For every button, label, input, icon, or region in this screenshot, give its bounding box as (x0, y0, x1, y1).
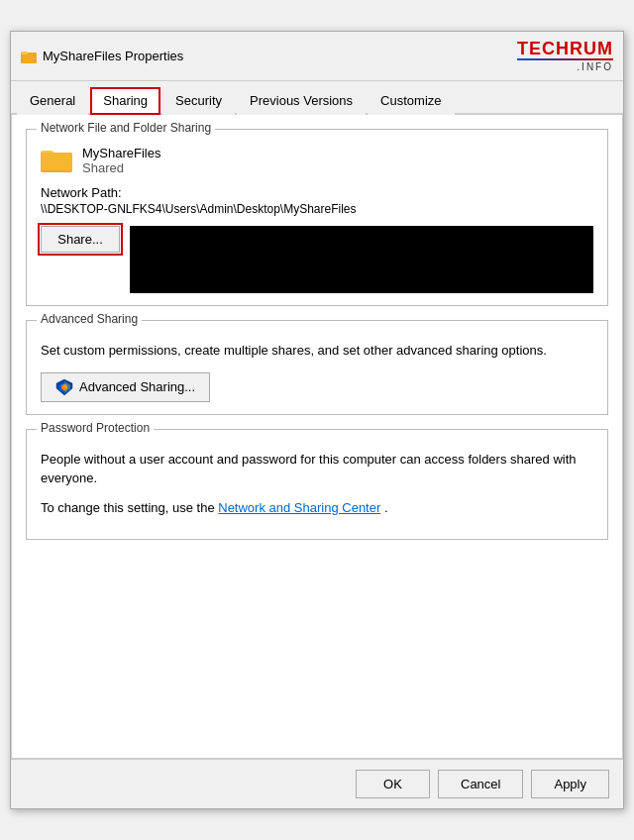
techrum-underline (517, 58, 613, 60)
cancel-button[interactable]: Cancel (438, 770, 523, 798)
tab-bar: General Sharing Security Previous Versio… (11, 81, 623, 115)
advanced-sharing-button[interactable]: Advanced Sharing... (41, 372, 210, 402)
tab-general[interactable]: General (17, 87, 88, 115)
techrum-info: .INFO (577, 61, 613, 72)
techrum-logo: TECHRUM .INFO (517, 40, 613, 72)
tab-customize[interactable]: Customize (368, 87, 454, 115)
folder-row: MyShareFiles Shared (41, 146, 593, 175)
bottom-buttons: OK Cancel Apply (11, 759, 623, 808)
password-text-1: People without a user account and passwo… (41, 450, 593, 488)
techrum-name: TECHRUM (517, 40, 613, 57)
tech-text: TECH (517, 39, 570, 58)
title-bar: MyShareFiles Properties TECHRUM .INFO (11, 32, 623, 81)
rum-text: RUM (570, 39, 613, 58)
advanced-sharing-label: Advanced Sharing (37, 312, 142, 326)
shield-icon (55, 378, 73, 396)
properties-window: MyShareFiles Properties TECHRUM .INFO Ge… (10, 31, 624, 809)
password-protection-section: Password Protection People without a use… (26, 429, 608, 541)
tab-security[interactable]: Security (162, 87, 235, 115)
folder-info: MyShareFiles Shared (82, 146, 160, 175)
folder-icon (41, 147, 72, 174)
title-bar-left: MyShareFiles Properties (21, 49, 183, 64)
share-button[interactable]: Share... (41, 226, 120, 253)
network-sharing-center-link[interactable]: Network and Sharing Center (218, 500, 380, 515)
advanced-sharing-desc: Set custom permissions, create multiple … (41, 341, 593, 361)
folder-name: MyShareFiles (82, 146, 160, 160)
apply-button[interactable]: Apply (531, 770, 609, 798)
network-path-label: Network Path: (41, 185, 593, 200)
svg-rect-4 (41, 153, 72, 170)
tab-content-sharing: Network File and Folder Sharing MyShareF… (11, 115, 623, 759)
network-path-value: \\DESKTOP-GNLFKS4\Users\Admin\Desktop\My… (41, 202, 593, 216)
network-sharing-section: Network File and Folder Sharing MyShareF… (26, 129, 608, 306)
network-sharing-label: Network File and Folder Sharing (37, 121, 215, 135)
tab-sharing[interactable]: Sharing (90, 87, 160, 115)
window-title: MyShareFiles Properties (43, 49, 183, 63)
advanced-sharing-button-label: Advanced Sharing... (79, 379, 195, 394)
ok-button[interactable]: OK (356, 770, 430, 798)
black-redacted-block (130, 226, 593, 293)
password-section-label: Password Protection (37, 421, 154, 435)
folder-status: Shared (82, 160, 160, 175)
advanced-sharing-section: Advanced Sharing Set custom permissions,… (26, 320, 608, 415)
tab-previous-versions[interactable]: Previous Versions (237, 87, 366, 115)
password-text-2: To change this setting, use the Network … (41, 498, 593, 518)
svg-rect-1 (21, 52, 28, 54)
share-buttons-row: Share... (41, 226, 593, 293)
folder-title-icon (21, 49, 37, 64)
password-change-suffix: . (384, 500, 388, 515)
password-change-prefix: To change this setting, use the (41, 500, 215, 515)
